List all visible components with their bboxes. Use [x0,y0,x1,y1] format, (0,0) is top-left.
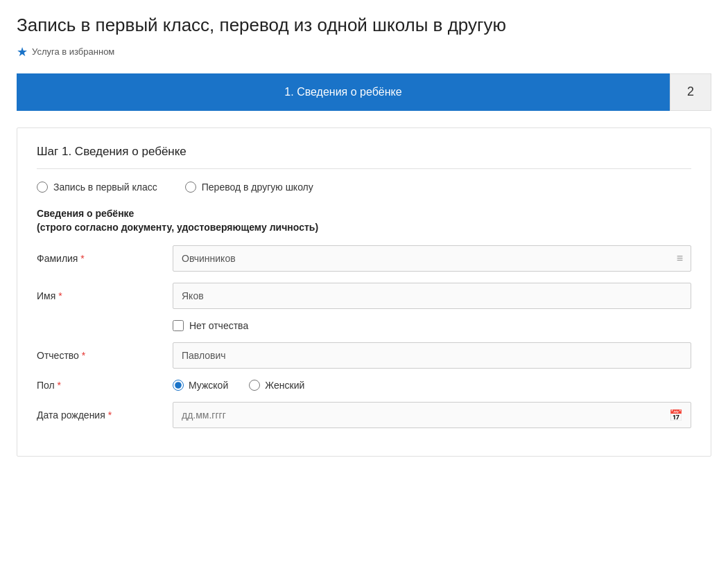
gender-options: Мужской Женский [173,380,304,391]
patronymic-row: Отчество * [37,342,691,369]
gender-label: Пол * [37,380,162,391]
steps-bar: 1. Сведения о ребёнке 2 [17,73,711,111]
radio-transfer[interactable]: Перевод в другую школу [185,182,313,193]
radio-transfer-input[interactable] [185,182,196,193]
first-name-required: * [58,290,62,301]
radio-first-class-input[interactable] [37,182,48,193]
birthdate-input-wrap: 📅 [173,402,691,428]
birthdate-row: Дата рождения * 📅 [37,402,691,428]
first-name-input[interactable] [173,283,691,309]
page-container: Запись в первый класс, перевод из одной … [0,0,728,582]
service-type-radio-group: Запись в первый класс Перевод в другую ш… [37,182,691,193]
gender-male-option[interactable]: Мужской [173,380,228,391]
gender-male-radio[interactable] [173,380,184,391]
section-sublabel-child-info: (строго согласно документу, удостоверяющ… [37,222,691,233]
list-icon: ≡ [677,252,683,265]
step2-number: 2 [687,85,694,99]
no-patronymic-row: Нет отчества [173,320,691,331]
gender-row: Пол * Мужской Женский [37,380,691,391]
last-name-label: Фамилия * [37,253,162,264]
first-name-row: Имя * [37,283,691,309]
patronymic-input[interactable] [173,342,691,369]
first-name-label: Имя * [37,290,162,301]
no-patronymic-label[interactable]: Нет отчества [189,320,248,331]
radio-transfer-label: Перевод в другую школу [202,182,313,193]
last-name-input[interactable] [173,245,691,272]
patronymic-input-wrap [173,342,691,369]
gender-female-label: Женский [265,380,304,391]
no-patronymic-checkbox[interactable] [173,320,184,331]
last-name-required: * [80,253,84,264]
patronymic-label: Отчество * [37,350,162,361]
birthdate-input[interactable] [173,402,691,428]
step-heading: Шаг 1. Сведения о ребёнке [37,145,691,169]
birthdate-required: * [108,409,112,421]
last-name-row: Фамилия * ≡ [37,245,691,272]
favorite-row[interactable]: ★ Услуга в избранном [17,44,711,60]
first-name-input-wrap [173,283,691,309]
gender-required: * [58,380,61,391]
form-card: Шаг 1. Сведения о ребёнке Запись в первы… [17,127,711,457]
gender-male-label: Мужской [189,380,228,391]
radio-first-class-label: Запись в первый класс [53,182,157,193]
birthdate-label: Дата рождения * [37,409,162,421]
patronymic-required: * [82,350,85,361]
favorite-label: Услуга в избранном [32,46,114,57]
gender-female-radio[interactable] [249,380,260,391]
step1-tab[interactable]: 1. Сведения о ребёнке [17,73,670,111]
section-label-child-info: Сведения о ребёнке [37,208,691,219]
radio-first-class[interactable]: Запись в первый класс [37,182,157,193]
star-icon: ★ [17,44,28,60]
step1-label: 1. Сведения о ребёнке [284,86,401,98]
gender-female-option[interactable]: Женский [249,380,304,391]
step2-tab[interactable]: 2 [670,73,711,111]
calendar-icon: 📅 [669,408,683,421]
page-title: Запись в первый класс, перевод из одной … [17,14,711,37]
last-name-input-wrap: ≡ [173,245,691,272]
